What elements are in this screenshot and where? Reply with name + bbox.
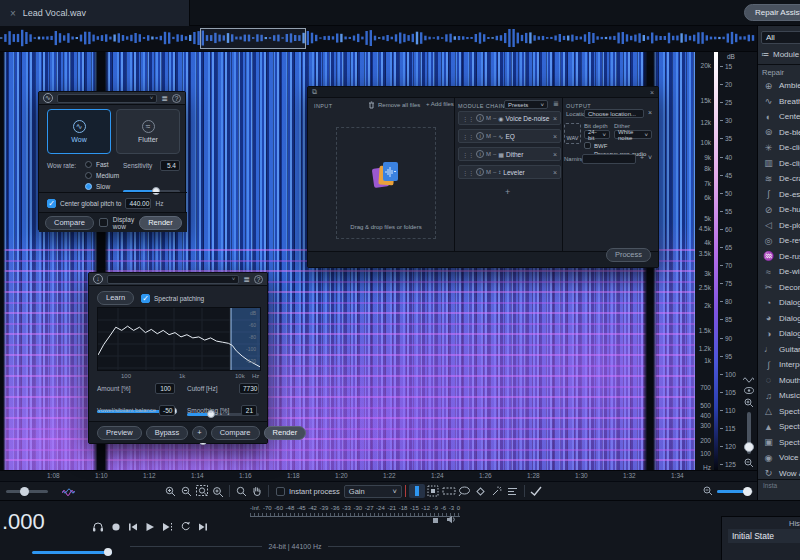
zoom-fit-icon[interactable] xyxy=(210,484,226,498)
overview-selection[interactable] xyxy=(200,28,306,49)
monitor-headphones-icon[interactable] xyxy=(92,521,104,532)
meter-knob[interactable] xyxy=(433,518,438,523)
play-selection-button[interactable] xyxy=(162,522,173,532)
add-module-button[interactable]: + xyxy=(505,187,510,197)
sensitivity-value[interactable]: 5.4 xyxy=(160,160,180,171)
zoom-in-vertical-icon[interactable] xyxy=(744,398,754,408)
waveform-overview[interactable] xyxy=(0,26,757,52)
zoom-out-icon[interactable] xyxy=(178,484,194,498)
history-item[interactable]: Initial State xyxy=(728,529,800,543)
sidebar-module-item[interactable]: ◉Voice De-noise xyxy=(758,450,800,466)
flatten-tool[interactable] xyxy=(505,484,521,498)
spectral-patching-checkbox[interactable]: ✓ xyxy=(141,294,150,303)
sidebar-module-item[interactable]: ✳De-click xyxy=(758,140,800,156)
bypass-button[interactable]: Bypass xyxy=(146,426,189,440)
repair-assistant-button[interactable]: Repair Assistant xyxy=(744,4,800,21)
rate-option-fast[interactable]: Fast xyxy=(85,161,119,168)
menu-icon[interactable]: ≣ xyxy=(161,94,168,103)
dither-select[interactable]: White noise˅ xyxy=(614,130,652,139)
apply-check-icon[interactable] xyxy=(528,484,544,498)
remove-module-icon[interactable]: × xyxy=(553,115,557,122)
sidebar-module-item[interactable]: ✂Deconstruct xyxy=(758,280,800,296)
sidebar-module-item[interactable]: ∿Breath Control xyxy=(758,94,800,110)
bypass-icon[interactable]: i xyxy=(476,114,484,122)
loop-button[interactable] xyxy=(180,521,191,532)
sidebar-module-item[interactable]: ≈De-wind xyxy=(758,264,800,280)
horizontal-zoom-knob[interactable] xyxy=(743,487,752,496)
drag-handle-icon[interactable]: ⋮⋮ xyxy=(462,169,474,176)
sidebar-module-item[interactable]: ◑Dialogue Isolate xyxy=(758,326,800,342)
sidebar-module-item[interactable]: ♫Music Rebalance xyxy=(758,388,800,404)
brush-tool[interactable] xyxy=(473,484,489,498)
module-filter-select[interactable]: All xyxy=(761,31,800,44)
location-clear-icon[interactable]: × xyxy=(648,109,652,116)
chain-menu-icon[interactable]: ≣ xyxy=(553,100,559,108)
lasso-tool[interactable] xyxy=(457,484,473,498)
magic-wand-tool[interactable] xyxy=(489,484,505,498)
vowel-value[interactable]: -50 xyxy=(159,405,175,416)
batch-close-icon[interactable]: × xyxy=(650,89,654,96)
gain-select[interactable]: Gain˅ xyxy=(344,485,402,498)
remove-module-icon[interactable]: × xyxy=(553,151,557,158)
horizontal-zoom-slider[interactable] xyxy=(717,490,753,493)
amplitude-colorbar[interactable] xyxy=(714,52,718,470)
time-frequency-selection-tool[interactable] xyxy=(425,484,441,498)
master-volume-slider[interactable] xyxy=(32,551,112,554)
help-icon[interactable]: ? xyxy=(172,94,181,103)
chain-module-row[interactable]: ⋮⋮iM–∿EQ× xyxy=(458,129,561,143)
preview-button[interactable]: Preview xyxy=(97,426,142,440)
render-button[interactable]: Render xyxy=(139,216,182,230)
sidebar-module-item[interactable]: ▣Spectral Repair xyxy=(758,435,800,451)
sidebar-item-module-list[interactable]: ≔ Module List xyxy=(761,48,800,61)
center-pitch-value[interactable]: 440.00 xyxy=(125,198,151,209)
sidebar-module-item[interactable]: △Spectral De-noise xyxy=(758,404,800,420)
sidebar-module-item[interactable]: ◌Mouth De-click xyxy=(758,373,800,389)
naming-add-icon[interactable]: + xyxy=(640,154,644,161)
radio-medium[interactable] xyxy=(85,172,92,179)
amount-value[interactable]: 100 xyxy=(155,383,175,394)
zoom-in-icon[interactable] xyxy=(162,484,178,498)
noise-profile-graph[interactable]: dB-60-80-100-120 xyxy=(97,307,261,371)
view-options-icon[interactable] xyxy=(744,387,754,394)
sidebar-module-item[interactable]: ▲Spectral Recovery xyxy=(758,419,800,435)
solo-icon[interactable]: M xyxy=(486,133,491,139)
spectrogram-settings-icon[interactable] xyxy=(743,375,754,383)
marquee-selection-tool[interactable] xyxy=(441,484,457,498)
naming-input[interactable] xyxy=(582,154,636,164)
compare-button[interactable]: Compare xyxy=(45,216,94,230)
display-wow-checkbox[interactable] xyxy=(99,218,108,227)
zoom-out-vertical-icon[interactable] xyxy=(744,458,754,468)
sidebar-module-item[interactable]: ◁De-plosive xyxy=(758,218,800,234)
remove-module-icon[interactable]: × xyxy=(553,169,557,176)
collapse-icon[interactable]: – xyxy=(493,169,496,175)
add-files-button[interactable]: + Add files xyxy=(426,101,454,107)
vertical-zoom-slider[interactable] xyxy=(747,412,751,454)
rate-option-slow[interactable]: Slow xyxy=(85,183,119,190)
tab-close-icon[interactable]: × xyxy=(10,8,16,19)
bypass-plus-button[interactable]: + xyxy=(192,426,206,440)
chain-presets-select[interactable]: Presets˅ xyxy=(504,100,548,109)
location-select[interactable]: Choose location... xyxy=(584,109,644,118)
collapse-icon[interactable]: – xyxy=(493,133,496,139)
sidebar-module-item[interactable]: ♒De-rustle xyxy=(758,249,800,265)
sidebar-module-item[interactable]: ◎De-reverb xyxy=(758,233,800,249)
menu-icon[interactable]: ≣ xyxy=(243,275,250,284)
render-button[interactable]: Render xyxy=(264,426,307,440)
tab-flutter[interactable]: ≈ Flutter xyxy=(116,109,180,154)
smoothing-value[interactable]: 21 xyxy=(241,405,257,416)
spectrogram-waveform-blend-slider[interactable] xyxy=(6,490,48,493)
instant-process-control[interactable]: Instant process xyxy=(276,487,340,496)
blend-knob[interactable] xyxy=(20,487,29,496)
solo-icon[interactable]: M xyxy=(486,169,491,175)
drag-handle-icon[interactable]: ⋮⋮ xyxy=(462,151,474,158)
chain-module-row[interactable]: ⋮⋮iM–▦Dither× xyxy=(458,147,561,161)
sidebar-module-item[interactable]: ʃDe-ess xyxy=(758,187,800,203)
play-button[interactable] xyxy=(145,522,155,532)
speaker-icon[interactable] xyxy=(446,515,456,524)
sidebar-module-item[interactable]: ∫Interpolate xyxy=(758,357,800,373)
cutoff-value[interactable]: 7730 xyxy=(239,383,259,394)
zoom-out-horizontal-icon[interactable] xyxy=(703,486,713,496)
drag-handle-icon[interactable]: ⋮⋮ xyxy=(462,115,474,122)
solo-icon[interactable]: M xyxy=(486,151,491,157)
learn-button[interactable]: Learn xyxy=(97,291,134,305)
